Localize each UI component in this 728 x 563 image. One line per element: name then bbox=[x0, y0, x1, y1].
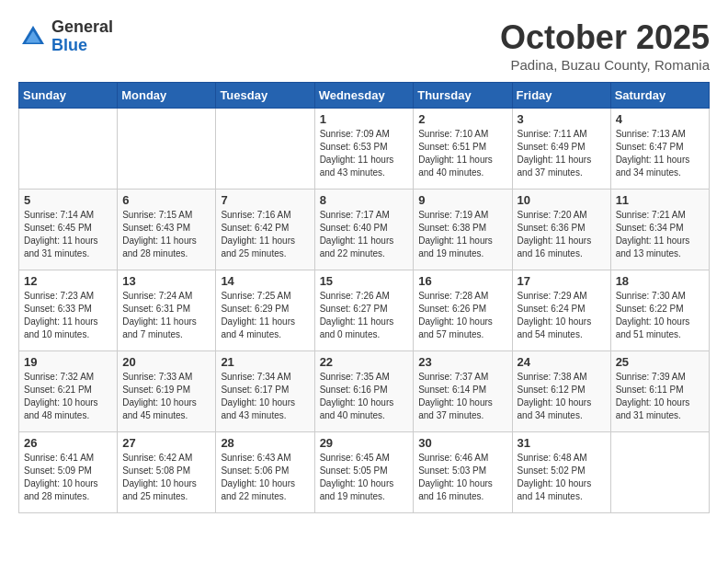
calendar-cell: 22Sunrise: 7:35 AM Sunset: 6:16 PM Dayli… bbox=[314, 351, 414, 432]
day-info: Sunrise: 7:16 AM Sunset: 6:42 PM Dayligh… bbox=[221, 209, 309, 260]
calendar-cell: 9Sunrise: 7:19 AM Sunset: 6:38 PM Daylig… bbox=[414, 190, 512, 270]
calendar-cell: 31Sunrise: 6:48 AM Sunset: 5:02 PM Dayli… bbox=[512, 432, 610, 513]
location-subtitle: Padina, Buzau County, Romania bbox=[500, 57, 710, 73]
weekday-header-row: SundayMondayTuesdayWednesdayThursdayFrid… bbox=[19, 83, 710, 109]
day-info: Sunrise: 7:13 AM Sunset: 6:47 PM Dayligh… bbox=[616, 128, 704, 179]
day-number: 22 bbox=[320, 355, 409, 369]
weekday-header-monday: Monday bbox=[118, 83, 216, 109]
calendar-cell: 13Sunrise: 7:24 AM Sunset: 6:31 PM Dayli… bbox=[118, 270, 216, 351]
day-number: 21 bbox=[221, 355, 309, 369]
calendar-cell: 11Sunrise: 7:21 AM Sunset: 6:34 PM Dayli… bbox=[610, 190, 709, 270]
day-number: 16 bbox=[418, 274, 506, 288]
logo-general-label: General bbox=[51, 18, 113, 37]
calendar-cell: 27Sunrise: 6:42 AM Sunset: 5:08 PM Dayli… bbox=[118, 432, 216, 513]
day-number: 24 bbox=[518, 355, 606, 369]
calendar-cell: 30Sunrise: 6:46 AM Sunset: 5:03 PM Dayli… bbox=[414, 432, 512, 513]
day-number: 23 bbox=[418, 355, 506, 369]
weekday-header-saturday: Saturday bbox=[610, 83, 709, 109]
day-info: Sunrise: 7:35 AM Sunset: 6:16 PM Dayligh… bbox=[320, 371, 409, 422]
logo-icon bbox=[18, 22, 48, 52]
day-info: Sunrise: 7:19 AM Sunset: 6:38 PM Dayligh… bbox=[418, 209, 506, 260]
calendar-table: SundayMondayTuesdayWednesdayThursdayFrid… bbox=[18, 82, 710, 513]
calendar-cell bbox=[19, 109, 118, 190]
day-info: Sunrise: 7:23 AM Sunset: 6:33 PM Dayligh… bbox=[24, 290, 112, 341]
calendar-cell: 3Sunrise: 7:11 AM Sunset: 6:49 PM Daylig… bbox=[512, 109, 610, 190]
calendar-week-row: 26Sunrise: 6:41 AM Sunset: 5:09 PM Dayli… bbox=[19, 432, 710, 513]
calendar-week-row: 12Sunrise: 7:23 AM Sunset: 6:33 PM Dayli… bbox=[19, 270, 710, 351]
day-number: 20 bbox=[122, 355, 210, 369]
day-info: Sunrise: 6:46 AM Sunset: 5:03 PM Dayligh… bbox=[418, 452, 506, 503]
day-info: Sunrise: 7:26 AM Sunset: 6:27 PM Dayligh… bbox=[320, 290, 409, 341]
calendar-cell: 17Sunrise: 7:29 AM Sunset: 6:24 PM Dayli… bbox=[512, 270, 610, 351]
calendar-cell: 7Sunrise: 7:16 AM Sunset: 6:42 PM Daylig… bbox=[216, 190, 314, 270]
day-number: 6 bbox=[122, 193, 210, 207]
month-title: October 2025 bbox=[500, 18, 710, 57]
day-number: 5 bbox=[24, 193, 112, 207]
calendar-cell: 1Sunrise: 7:09 AM Sunset: 6:53 PM Daylig… bbox=[314, 109, 414, 190]
day-info: Sunrise: 6:41 AM Sunset: 5:09 PM Dayligh… bbox=[24, 452, 112, 503]
calendar-cell: 23Sunrise: 7:37 AM Sunset: 6:14 PM Dayli… bbox=[414, 351, 512, 432]
day-number: 11 bbox=[616, 193, 704, 207]
day-number: 8 bbox=[320, 193, 409, 207]
day-number: 10 bbox=[518, 193, 606, 207]
calendar-cell: 10Sunrise: 7:20 AM Sunset: 6:36 PM Dayli… bbox=[512, 190, 610, 270]
calendar-cell: 24Sunrise: 7:38 AM Sunset: 6:12 PM Dayli… bbox=[512, 351, 610, 432]
day-info: Sunrise: 7:29 AM Sunset: 6:24 PM Dayligh… bbox=[518, 290, 606, 341]
calendar-cell: 15Sunrise: 7:26 AM Sunset: 6:27 PM Dayli… bbox=[314, 270, 414, 351]
day-info: Sunrise: 7:34 AM Sunset: 6:17 PM Dayligh… bbox=[221, 371, 309, 422]
calendar-cell: 18Sunrise: 7:30 AM Sunset: 6:22 PM Dayli… bbox=[610, 270, 709, 351]
day-info: Sunrise: 7:28 AM Sunset: 6:26 PM Dayligh… bbox=[418, 290, 506, 341]
day-number: 31 bbox=[518, 436, 606, 450]
calendar-cell: 28Sunrise: 6:43 AM Sunset: 5:06 PM Dayli… bbox=[216, 432, 314, 513]
calendar-week-row: 19Sunrise: 7:32 AM Sunset: 6:21 PM Dayli… bbox=[19, 351, 710, 432]
day-info: Sunrise: 7:09 AM Sunset: 6:53 PM Dayligh… bbox=[320, 128, 409, 179]
day-number: 9 bbox=[418, 193, 506, 207]
logo-text: General Blue bbox=[51, 18, 113, 55]
calendar-cell: 29Sunrise: 6:45 AM Sunset: 5:05 PM Dayli… bbox=[314, 432, 414, 513]
day-info: Sunrise: 6:43 AM Sunset: 5:06 PM Dayligh… bbox=[221, 452, 309, 503]
day-info: Sunrise: 7:20 AM Sunset: 6:36 PM Dayligh… bbox=[518, 209, 606, 260]
day-info: Sunrise: 7:15 AM Sunset: 6:43 PM Dayligh… bbox=[122, 209, 210, 260]
calendar-cell bbox=[216, 109, 314, 190]
day-info: Sunrise: 7:33 AM Sunset: 6:19 PM Dayligh… bbox=[122, 371, 210, 422]
calendar-cell: 2Sunrise: 7:10 AM Sunset: 6:51 PM Daylig… bbox=[414, 109, 512, 190]
calendar-week-row: 5Sunrise: 7:14 AM Sunset: 6:45 PM Daylig… bbox=[19, 190, 710, 270]
calendar-week-row: 1Sunrise: 7:09 AM Sunset: 6:53 PM Daylig… bbox=[19, 109, 710, 190]
day-info: Sunrise: 7:17 AM Sunset: 6:40 PM Dayligh… bbox=[320, 209, 409, 260]
day-number: 30 bbox=[418, 436, 506, 450]
day-number: 28 bbox=[221, 436, 309, 450]
day-info: Sunrise: 7:39 AM Sunset: 6:11 PM Dayligh… bbox=[616, 371, 704, 422]
day-number: 3 bbox=[518, 112, 606, 126]
calendar-cell: 19Sunrise: 7:32 AM Sunset: 6:21 PM Dayli… bbox=[19, 351, 118, 432]
calendar-cell: 14Sunrise: 7:25 AM Sunset: 6:29 PM Dayli… bbox=[216, 270, 314, 351]
calendar-cell: 25Sunrise: 7:39 AM Sunset: 6:11 PM Dayli… bbox=[610, 351, 709, 432]
day-info: Sunrise: 6:42 AM Sunset: 5:08 PM Dayligh… bbox=[122, 452, 210, 503]
weekday-header-friday: Friday bbox=[512, 83, 610, 109]
day-number: 29 bbox=[320, 436, 409, 450]
day-number: 1 bbox=[320, 112, 409, 126]
weekday-header-wednesday: Wednesday bbox=[314, 83, 414, 109]
day-number: 25 bbox=[616, 355, 704, 369]
calendar-cell: 8Sunrise: 7:17 AM Sunset: 6:40 PM Daylig… bbox=[314, 190, 414, 270]
calendar-cell: 16Sunrise: 7:28 AM Sunset: 6:26 PM Dayli… bbox=[414, 270, 512, 351]
calendar-cell bbox=[610, 432, 709, 513]
day-number: 7 bbox=[221, 193, 309, 207]
title-section: October 2025 Padina, Buzau County, Roman… bbox=[500, 18, 710, 73]
day-info: Sunrise: 7:25 AM Sunset: 6:29 PM Dayligh… bbox=[221, 290, 309, 341]
day-info: Sunrise: 7:21 AM Sunset: 6:34 PM Dayligh… bbox=[616, 209, 704, 260]
day-number: 12 bbox=[24, 274, 112, 288]
day-info: Sunrise: 7:37 AM Sunset: 6:14 PM Dayligh… bbox=[418, 371, 506, 422]
page-header: General Blue October 2025 Padina, Buzau … bbox=[18, 18, 710, 73]
day-number: 2 bbox=[418, 112, 506, 126]
logo: General Blue bbox=[18, 18, 113, 55]
day-info: Sunrise: 6:45 AM Sunset: 5:05 PM Dayligh… bbox=[320, 452, 409, 503]
day-number: 26 bbox=[24, 436, 112, 450]
weekday-header-sunday: Sunday bbox=[19, 83, 118, 109]
calendar-cell: 6Sunrise: 7:15 AM Sunset: 6:43 PM Daylig… bbox=[118, 190, 216, 270]
day-info: Sunrise: 7:38 AM Sunset: 6:12 PM Dayligh… bbox=[518, 371, 606, 422]
calendar-cell bbox=[118, 109, 216, 190]
calendar-cell: 4Sunrise: 7:13 AM Sunset: 6:47 PM Daylig… bbox=[610, 109, 709, 190]
day-info: Sunrise: 7:14 AM Sunset: 6:45 PM Dayligh… bbox=[24, 209, 112, 260]
day-info: Sunrise: 7:30 AM Sunset: 6:22 PM Dayligh… bbox=[616, 290, 704, 341]
calendar-cell: 5Sunrise: 7:14 AM Sunset: 6:45 PM Daylig… bbox=[19, 190, 118, 270]
